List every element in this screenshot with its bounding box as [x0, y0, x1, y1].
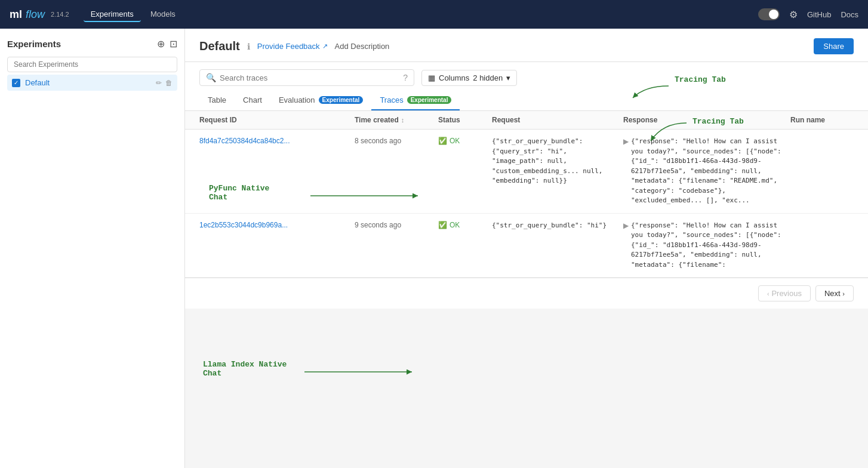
search-traces-input[interactable] [220, 73, 399, 82]
th-time-created[interactable]: Time created ↕ [355, 116, 438, 124]
tab-chart[interactable]: Chart [235, 91, 270, 110]
table-header: Request ID Time created ↕ Status Request… [185, 111, 868, 130]
delete-icon[interactable]: 🗑 [165, 79, 173, 87]
main-wrapper: Default ℹ Provide Feedback ↗ Add Descrip… [185, 29, 868, 468]
cell-status-2: ✅ OK [438, 221, 492, 229]
cell-request-2: {"str_or_query_bundle": "hi"} [492, 221, 623, 231]
columns-button[interactable]: ▦ Columns 2 hidden ▾ [421, 70, 517, 86]
info-icon: ℹ [247, 42, 250, 51]
check-icon-1: ✅ [438, 137, 447, 145]
cell-response-1: ▶ {"response": "Hello! How can I assist … [623, 137, 790, 206]
settings-icon[interactable]: ⚙ [789, 9, 798, 20]
main-scroll: Default ℹ Provide Feedback ↗ Add Descrip… [185, 29, 868, 468]
logo-flow: flow [26, 8, 45, 21]
tab-table[interactable]: Table [199, 91, 235, 110]
docs-link[interactable]: Docs [841, 10, 858, 19]
sidebar-header: Experiments ⊕ ⊡ [7, 38, 177, 50]
expand-arrow-1[interactable]: ▶ [623, 137, 629, 146]
sidebar-item-default[interactable]: ✓ Default ✏ 🗑 [7, 75, 177, 91]
experiment-header: Default ℹ Provide Feedback ↗ Add Descrip… [185, 29, 868, 62]
chevron-left-icon: ‹ [767, 290, 769, 297]
cell-request-id-2: 1ec2b553c3044dc9b969a... [199, 221, 355, 229]
tabs-row: Table Chart Evaluation Experimental Trac… [199, 91, 854, 110]
github-link[interactable]: GitHub [807, 10, 831, 19]
add-experiment-icon[interactable]: ⊕ [157, 38, 165, 50]
status-ok-2: ✅ OK [438, 221, 485, 229]
next-button[interactable]: Next › [815, 285, 854, 301]
table-row: 1ec2b553c3044dc9b969a... 9 seconds ago ✅… [185, 214, 868, 278]
logo: mlflow 2.14.2 [10, 8, 69, 21]
theme-toggle[interactable] [758, 8, 780, 20]
evaluation-badge: Experimental [319, 96, 364, 104]
request-content-2: {"str_or_query_bundle": "hi"} [492, 221, 607, 229]
top-nav: mlflow 2.14.2 Experiments Models ⚙ GitHu… [0, 0, 868, 29]
sidebar: Experiments ⊕ ⊡ ✓ Default ✏ 🗑 [0, 29, 185, 468]
cell-time-1: 8 seconds ago [355, 137, 438, 145]
provide-feedback-link[interactable]: Provide Feedback ↗ [257, 42, 328, 51]
columns-icon: ▦ [428, 73, 435, 82]
edit-icon[interactable]: ✏ [156, 79, 162, 87]
cell-response-2: ▶ {"response": "Hello! How can I assist … [623, 221, 790, 270]
th-request-id: Request ID [199, 116, 355, 124]
search-experiments-input[interactable] [7, 57, 177, 72]
tab-evaluation[interactable]: Evaluation Experimental [270, 91, 372, 110]
nav-right: ⚙ GitHub Docs [758, 8, 858, 20]
request-id-link-1[interactable]: 8fd4a7c250384d4ca84bc2... [199, 137, 290, 145]
request-id-link-2[interactable]: 1ec2b553c3044dc9b969a... [199, 221, 288, 229]
cell-request-id-1: 8fd4a7c250384d4ca84bc2... [199, 137, 355, 145]
tabs-area: 🔍 ? ▦ Columns 2 hidden ▾ Table [185, 62, 868, 111]
chevron-right-icon: › [842, 290, 845, 297]
tab-traces[interactable]: Traces Experimental [371, 91, 460, 110]
cell-time-2: 9 seconds ago [355, 221, 438, 229]
th-request: Request [492, 116, 623, 124]
sort-icon: ↕ [401, 116, 405, 124]
status-ok-1: ✅ OK [438, 137, 485, 145]
logo-ml: ml [10, 8, 22, 21]
search-icon: 🔍 [206, 73, 216, 82]
trace-table: Request ID Time created ↕ Status Request… [185, 111, 868, 278]
chevron-down-icon: ▾ [506, 73, 510, 82]
response-content-1: {"response": "Hello! How can I assist yo… [631, 137, 783, 206]
sidebar-title: Experiments [7, 39, 61, 49]
search-traces-box[interactable]: 🔍 ? [199, 69, 414, 86]
pagination: ‹ Previous Next › [185, 278, 868, 309]
th-response: Response [623, 116, 790, 124]
check-icon-2: ✅ [438, 221, 447, 229]
sidebar-item-icons: ✏ 🗑 [156, 79, 173, 87]
th-status: Status [438, 116, 492, 124]
response-content-2: {"response": "Hello! How can I assist yo… [631, 221, 783, 270]
share-button[interactable]: Share [814, 38, 854, 54]
app-body: Experiments ⊕ ⊡ ✓ Default ✏ 🗑 Default ℹ … [0, 29, 868, 468]
add-description-link[interactable]: Add Description [335, 42, 390, 51]
columns-hidden-badge: 2 hidden [473, 73, 503, 82]
table-row: 8fd4a7c250384d4ca84bc2... 8 seconds ago … [185, 130, 868, 214]
cell-status-1: ✅ OK [438, 137, 492, 145]
previous-button[interactable]: ‹ Previous [758, 285, 811, 301]
sidebar-actions: ⊕ ⊡ [157, 38, 177, 50]
columns-label: Columns [439, 73, 469, 82]
search-filter-row: 🔍 ? ▦ Columns 2 hidden ▾ [199, 62, 854, 91]
nav-item-models[interactable]: Models [143, 7, 183, 22]
expand-arrow-2[interactable]: ▶ [623, 221, 629, 230]
external-link-icon: ↗ [322, 42, 328, 50]
nav-items: Experiments Models [84, 7, 183, 22]
sidebar-item-label: Default [25, 78, 151, 87]
traces-badge: Experimental [407, 96, 452, 104]
item-checkbox[interactable]: ✓ [12, 79, 20, 87]
cell-request-1: {"str_or_query_bundle": {"query_str": "h… [492, 137, 623, 186]
nav-item-experiments[interactable]: Experiments [84, 7, 141, 22]
search-help-icon: ? [403, 73, 408, 82]
app-version: 2.14.2 [51, 11, 69, 18]
experiment-title: Default [199, 39, 240, 53]
request-content-1: {"str_or_query_bundle": {"query_str": "h… [492, 137, 602, 184]
th-run-name: Run name [790, 116, 868, 124]
collapse-icon[interactable]: ⊡ [170, 38, 177, 50]
